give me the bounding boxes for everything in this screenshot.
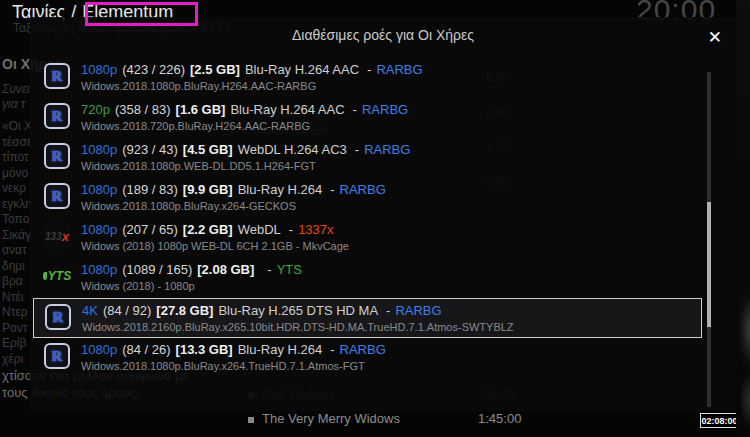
provider-label: 1337x	[298, 222, 333, 237]
stream-row[interactable]: R 1080p(189 / 83)[9.9 GB]Blu-Ray H.264-R…	[33, 178, 702, 218]
streams-dialog: Διαθέσιμες ροές για Οι Χήρες ✕ R 1080p(4…	[30, 17, 736, 411]
rarbg-icon: R	[44, 103, 70, 129]
rarbg-icon: R	[44, 63, 70, 89]
stream-row[interactable]: 133x 1080p(207 / 65)[2.2 GB]WebDL-1337x …	[33, 218, 702, 258]
close-icon[interactable]: ✕	[708, 29, 722, 46]
bg-plot-fragments: «Οι Χ τέσσε τίποτ μόνο νεκρ εγκλη Τοπο Σ…	[2, 119, 32, 367]
dialog-title: Διαθέσιμες ροές για Οι Χήρες	[30, 27, 736, 43]
quality-label: 1080p	[81, 222, 117, 237]
size-label: [13.3 GB]	[176, 342, 233, 357]
codec-label: Blu-Ray H.264 AAC	[230, 102, 344, 117]
yts-icon: YTS	[44, 263, 70, 289]
highlight-box	[85, 2, 198, 26]
quality-label: 4K	[82, 303, 98, 318]
torrent-filename: Widows.2018.1080p.BluRay.x264.TrueHD.7.1…	[81, 360, 702, 372]
codec-label: Blu-Ray H.264	[238, 342, 323, 357]
size-label: [27.8 GB]	[156, 303, 213, 318]
list-item-very-merry-widows-time: 1:45:00	[478, 411, 521, 426]
provider-label: RARBG	[340, 182, 386, 197]
size-label: [1.6 GB]	[176, 102, 226, 117]
quality-label: 1080p	[81, 262, 117, 277]
codec-label: Blu-Ray H.265 DTS HD MA	[218, 303, 378, 318]
seeds-peers: (189 / 83)	[122, 182, 178, 197]
size-label: [2.2 GB]	[183, 222, 233, 237]
size-label: [2.5 GB]	[190, 62, 240, 77]
bg-tagline-fragments: Συνει για τ	[2, 82, 30, 112]
codec-label: Blu-Ray H.264 AAC	[245, 62, 359, 77]
codec-label: WebDL H.264 AC3	[238, 142, 347, 157]
seeds-peers: (358 / 83)	[115, 102, 171, 117]
provider-label: RARBG	[395, 303, 441, 318]
background-art-strip	[736, 0, 750, 437]
rarbg-icon: R	[44, 343, 70, 369]
quality-label: 720p	[81, 102, 110, 117]
stream-row[interactable]: R 1080p(923 / 43)[4.5 GB]WebDL H.264 AC3…	[33, 138, 702, 178]
size-label: [4.5 GB]	[183, 142, 233, 157]
quality-label: 1080p	[81, 182, 117, 197]
torrent-filename: Widows (2018) - 1080p	[81, 280, 702, 292]
provider-label: RARBG	[362, 102, 408, 117]
1337x-icon: 133x	[44, 223, 70, 249]
stream-row[interactable]: R 1080p(84 / 26)[13.3 GB]Blu-Ray H.264-R…	[33, 338, 702, 378]
provider-label: RARBG	[376, 62, 422, 77]
stream-row[interactable]: YTS 1080p(1089 / 165)[2.08 GB]-YTS Widow…	[33, 258, 702, 298]
provider-label: RARBG	[364, 142, 410, 157]
codec-label: Blu-Ray H.264	[238, 182, 323, 197]
codec-label: WebDL	[238, 222, 281, 237]
torrent-filename: Widows.2018.2160p.BluRay.x265.10bit.HDR.…	[82, 321, 701, 333]
stream-row-selected[interactable]: R 4K(84 / 92)[27.8 GB]Blu-Ray H.265 DTS …	[33, 298, 702, 338]
seeds-peers: (1089 / 165)	[122, 262, 192, 277]
seeds-peers: (207 / 65)	[122, 222, 178, 237]
rarbg-icon: R	[44, 143, 70, 169]
duration-badge: 02:08:00	[700, 413, 739, 428]
seeds-peers: (423 / 226)	[122, 62, 185, 77]
quality-label: 1080p	[81, 62, 117, 77]
list-item-very-merry-widows[interactable]: The Very Merry Widows	[262, 411, 400, 426]
scrollbar-track[interactable]	[707, 72, 711, 407]
provider-label: YTS	[277, 262, 302, 277]
list-bullet	[248, 417, 254, 423]
rarbg-icon: R	[45, 304, 71, 330]
seeds-peers: (84 / 92)	[103, 303, 151, 318]
quality-label: 1080p	[81, 142, 117, 157]
stream-list: R 1080p(423 / 226)[2.5 GB]Blu-Ray H.264 …	[30, 58, 736, 378]
torrent-filename: Widows (2018) 1080p WEB-DL 6CH 2.1GB - M…	[81, 240, 702, 252]
stream-row[interactable]: R 1080p(423 / 226)[2.5 GB]Blu-Ray H.264 …	[33, 58, 702, 98]
rarbg-icon: R	[44, 183, 70, 209]
torrent-filename: Widows.2018.720p.BluRay.H264.AAC-RARBG	[81, 120, 702, 132]
size-label: [2.08 GB]	[197, 262, 254, 277]
seeds-peers: (84 / 26)	[122, 342, 170, 357]
provider-label: RARBG	[340, 342, 386, 357]
torrent-filename: Widows.2018.1080p.BluRay.x264-GECKOS	[81, 200, 702, 212]
seeds-peers: (923 / 43)	[122, 142, 178, 157]
scrollbar-thumb[interactable]	[707, 202, 711, 327]
torrent-filename: Widows.2018.1080p.BluRay.H264.AAC-RARBG	[81, 80, 702, 92]
quality-label: 1080p	[81, 342, 117, 357]
size-label: [9.9 GB]	[183, 182, 233, 197]
torrent-filename: Widows.2018.1080p.WEB-DL.DD5.1.H264-FGT	[81, 160, 702, 172]
stream-row[interactable]: R 720p(358 / 83)[1.6 GB]Blu-Ray H.264 AA…	[33, 98, 702, 138]
